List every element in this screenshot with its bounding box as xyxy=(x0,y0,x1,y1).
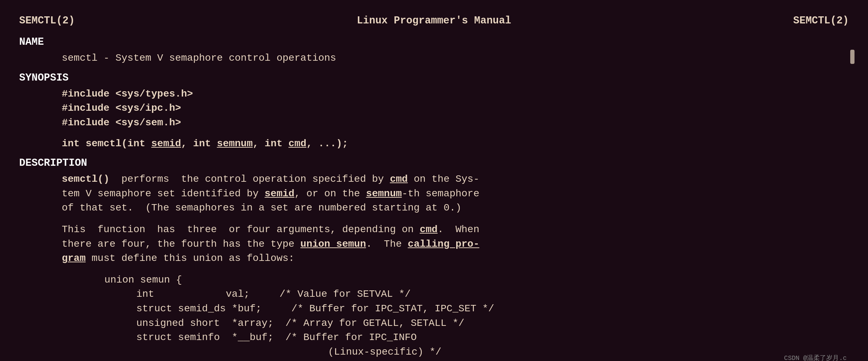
header-center: Linux Programmer's Manual xyxy=(357,13,511,28)
synopsis-line3: #include <sys/sem.h> xyxy=(19,116,849,130)
desc-para2-line1: This function has three or four argument… xyxy=(19,223,849,237)
union-line4: unsigned short *array; /* Array for GETA… xyxy=(19,316,849,331)
synopsis-section: SYNOPSIS #include <sys/types.h> #include… xyxy=(19,71,849,151)
synopsis-func: int semctl(int semid, int semnum, int cm… xyxy=(19,137,849,151)
scrollbar[interactable] xyxy=(850,50,855,64)
desc-para1-line2: tem V semaphore set identified by semid,… xyxy=(19,187,849,201)
synopsis-blank xyxy=(19,130,849,137)
union-line3: struct semid_ds *buf; /* Buffer for IPC_… xyxy=(19,302,849,316)
header-left: SEMCTL(2) xyxy=(19,13,75,28)
desc-para2-line3: gram must define this union as follows: xyxy=(19,251,849,266)
description-label: DESCRIPTION xyxy=(19,156,849,171)
desc-para1-line1: semctl() performs the control operation … xyxy=(19,172,849,187)
name-label: NAME xyxy=(19,35,849,50)
union-line1: union semun { xyxy=(19,273,849,288)
desc-gap1 xyxy=(19,215,849,223)
header-right: SEMCTL(2) xyxy=(793,13,849,28)
terminal-window: SEMCTL(2) Linux Programmer's Manual SEMC… xyxy=(11,7,857,361)
desc-para2-line2: there are four, the fourth has the type … xyxy=(19,237,849,252)
synopsis-line1: #include <sys/types.h> xyxy=(19,87,849,102)
synopsis-label: SYNOPSIS xyxy=(19,71,849,86)
name-content: semctl - System V semaphore control oper… xyxy=(19,51,849,66)
synopsis-line2: #include <sys/ipc.h> xyxy=(19,101,849,116)
desc-para1-line3: of that set. (The semaphores in a set ar… xyxy=(19,201,849,215)
description-section: DESCRIPTION semctl() performs the contro… xyxy=(19,156,849,359)
union-line6: (Linux-specific) */ xyxy=(19,345,849,360)
name-section: NAME semctl - System V semaphore control… xyxy=(19,35,849,66)
desc-gap2 xyxy=(19,266,849,273)
manual-header: SEMCTL(2) Linux Programmer's Manual SEMC… xyxy=(19,13,849,28)
watermark: CSDN @温柔了岁月.c xyxy=(784,354,847,361)
union-line2: int val; /* Value for SETVAL */ xyxy=(19,287,849,302)
union-line5: struct seminfo *__buf; /* Buffer for IPC… xyxy=(19,330,849,345)
